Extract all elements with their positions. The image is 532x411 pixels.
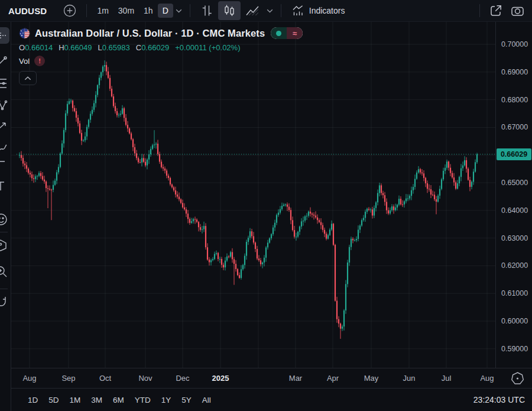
zoom-in-icon [0, 264, 9, 279]
price-axis[interactable]: 0.66029 0.700000.690000.680000.670000.65… [495, 21, 532, 368]
indicators-button[interactable]: Indicators [287, 2, 350, 20]
toolbar-divider [86, 4, 87, 17]
style-menu-chevron-icon[interactable] [264, 8, 275, 14]
time-label: Nov [138, 373, 152, 383]
tool-magnet[interactable] [0, 295, 9, 310]
clock-utc[interactable]: 23:24:03 UTC [473, 393, 525, 407]
area-chart-icon [244, 3, 261, 18]
time-label: Aug [480, 373, 494, 383]
timeframe-1d[interactable]: D [158, 4, 173, 18]
tool-price-tag[interactable] [0, 238, 9, 253]
high-value: 0.66049 [64, 43, 92, 52]
open-value: 0.66014 [25, 43, 53, 52]
text-icon [0, 179, 9, 194]
axis-settings-button[interactable] [510, 371, 525, 386]
price-tick: 0.68000 [501, 95, 528, 105]
xabcd-pattern-icon [0, 98, 9, 113]
low-value: 0.65983 [102, 43, 130, 52]
time-label: Aug [22, 373, 36, 383]
tool-text[interactable] [0, 179, 9, 194]
range-button-6m[interactable]: 6M [108, 393, 129, 407]
indicators-label: Indicators [309, 6, 345, 15]
bars-chart-icon [199, 3, 215, 18]
range-button-all[interactable]: All [197, 393, 216, 407]
tool-xabcd-pattern[interactable] [0, 98, 9, 113]
range-button-1d[interactable]: 1D [22, 393, 43, 407]
low-label: L [98, 43, 102, 52]
indicators-icon [291, 4, 304, 17]
market-status-toggle[interactable]: ≈ [271, 27, 303, 39]
tool-trend-line[interactable] [0, 54, 9, 70]
tool-fib-retracement[interactable] [0, 76, 9, 91]
candles-style-button[interactable] [218, 1, 241, 20]
range-button-1m[interactable]: 1M [64, 393, 86, 407]
annotation-icon [0, 158, 9, 174]
symbol-button[interactable]: AUDUSD [6, 5, 49, 17]
top-toolbar: AUDUSD 1m 30m 1h D [0, 0, 532, 22]
tool-zoom-in[interactable] [0, 264, 9, 279]
share-icon [489, 4, 503, 18]
close-value: 0.66029 [141, 43, 169, 52]
volume-label[interactable]: Vol [19, 57, 30, 66]
price-tag-icon [0, 238, 9, 253]
tool-emoji[interactable] [0, 212, 9, 227]
fib-retracement-icon [0, 76, 9, 91]
emoji-icon [0, 212, 9, 227]
tool-forecast[interactable] [0, 119, 9, 135]
crosshair-icon [0, 28, 8, 43]
change-value: +0.00011 (+0.02%) [175, 43, 240, 52]
chevron-up-icon [24, 76, 31, 80]
price-tick: 0.69000 [501, 67, 528, 77]
instrument-flag-icon [19, 28, 30, 39]
price-tick: 0.63000 [501, 234, 528, 243]
sidebar-divider [0, 289, 8, 289]
timeframe-1h[interactable]: 1h [139, 4, 158, 18]
timeframe-1m[interactable]: 1m [92, 4, 113, 18]
price-tick: 0.64000 [501, 206, 528, 215]
camera-icon [510, 4, 525, 18]
time-label: 2025 [212, 373, 229, 383]
timeframe-menu-chevron-icon[interactable] [173, 8, 184, 14]
toolbar-divider [281, 4, 281, 17]
collapse-legend-button[interactable] [19, 71, 37, 85]
close-label: C [136, 43, 141, 52]
tool-brush[interactable] [0, 141, 9, 156]
candles-chart-icon [222, 3, 237, 18]
toolbar-divider [479, 4, 480, 17]
snapshot-camera-button[interactable] [507, 2, 528, 20]
tool-crosshair[interactable] [0, 27, 9, 44]
delayed-data-icon: ≈ [287, 27, 303, 39]
time-label: Sep [61, 373, 75, 383]
brush-icon [0, 141, 9, 156]
range-button-3m[interactable]: 3M [86, 393, 108, 407]
range-button-1y[interactable]: 1Y [156, 393, 177, 407]
tool-annotation[interactable] [0, 158, 9, 174]
price-tick: 0.60000 [501, 316, 528, 326]
price-tick: 0.61000 [501, 289, 528, 298]
compare-add-button[interactable] [59, 1, 81, 20]
chart-pane[interactable]: Australian Dollar / U.S. Dollar · 1D · C… [11, 21, 495, 368]
trend-line-icon [0, 54, 9, 70]
range-button-5d[interactable]: 5D [43, 393, 64, 407]
bars-style-button[interactable] [196, 1, 218, 20]
time-label: Jul [442, 373, 452, 383]
area-style-button[interactable] [241, 1, 264, 20]
time-label: Oct [99, 373, 111, 383]
time-label: Dec [176, 373, 189, 383]
chart-legend: Australian Dollar / U.S. Dollar · 1D · C… [19, 26, 303, 85]
timeframe-30m[interactable]: 30m [113, 4, 139, 18]
range-button-5y[interactable]: 5Y [176, 393, 197, 407]
magnet-icon [0, 295, 9, 310]
sidebar-divider [0, 232, 8, 232]
session-open-dot-icon [271, 27, 287, 39]
range-button-ytd[interactable]: YTD [129, 393, 156, 407]
time-label: May [364, 373, 379, 383]
price-tick: 0.62000 [501, 261, 528, 270]
chart-title[interactable]: Australian Dollar / U.S. Dollar · 1D · C… [35, 28, 265, 39]
share-button[interactable] [485, 2, 507, 20]
time-axis[interactable]: AugSepOctNovDec2025MarAprMayJunJulAug [11, 368, 532, 389]
volume-error-icon[interactable]: ! [34, 56, 45, 66]
current-price-label: 0.66029 [497, 148, 531, 160]
toolbar-divider [190, 4, 190, 17]
bottom-toolbar: 1D5D1M3M6MYTD1Y5YAll23:24:03 UTC [11, 388, 532, 411]
